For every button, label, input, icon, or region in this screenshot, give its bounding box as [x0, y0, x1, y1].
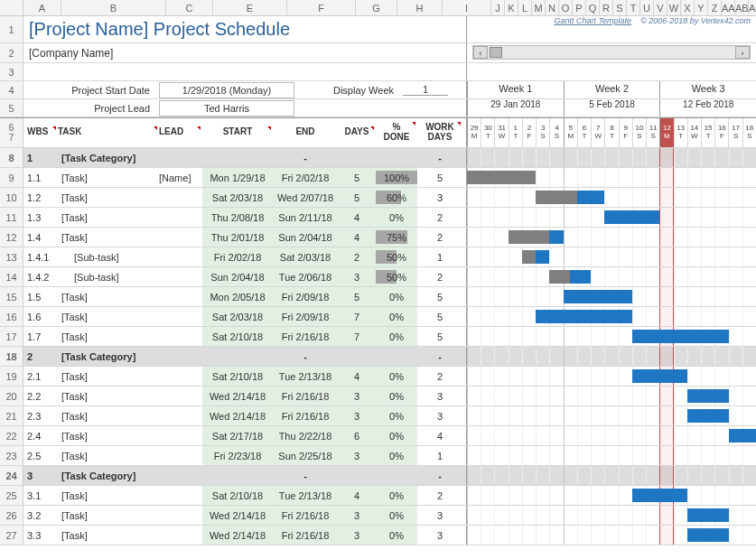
gantt-bar[interactable] [687, 528, 729, 542]
lead-cell[interactable] [159, 148, 202, 167]
row-header[interactable]: 15 [0, 287, 23, 306]
end-date-cell[interactable]: Tue 2/13/18 [273, 367, 338, 386]
days-cell[interactable]: 6 [338, 426, 376, 445]
days-cell[interactable] [338, 347, 376, 366]
lead-cell[interactable] [159, 228, 202, 247]
scroll-thumb[interactable] [490, 47, 502, 58]
column-header[interactable]: Z [708, 0, 722, 15]
end-date-cell[interactable]: Fri 2/16/18 [273, 327, 338, 346]
start-date-cell[interactable]: Fri 2/02/18 [202, 247, 273, 266]
work-days-cell[interactable]: - [417, 148, 462, 167]
col-header-pct[interactable]: % DONE [376, 122, 417, 144]
start-date-cell[interactable]: Sat 2/10/18 [202, 486, 273, 505]
column-header[interactable]: S [613, 0, 627, 15]
end-date-cell[interactable]: Fri 2/16/18 [273, 406, 338, 425]
column-header[interactable]: J [491, 0, 505, 15]
column-header[interactable]: R [600, 0, 613, 15]
pct-done-cell[interactable]: 60% [376, 188, 417, 207]
column-header[interactable]: V [654, 0, 667, 15]
col-header-end[interactable]: END [273, 126, 338, 139]
row-header[interactable]: 24 [0, 466, 23, 485]
lead-cell[interactable] [159, 208, 202, 227]
pct-done-cell[interactable]: 0% [376, 387, 417, 405]
work-days-cell[interactable]: 2 [417, 228, 462, 247]
project-lead-input[interactable]: Ted Harris [159, 100, 294, 116]
pct-done-cell[interactable]: 0% [376, 506, 417, 525]
column-header[interactable]: W [667, 0, 681, 15]
days-cell[interactable]: 3 [338, 267, 376, 286]
task-name-cell[interactable]: [Sub-task] [58, 247, 159, 266]
row-header[interactable]: 17 [0, 327, 23, 346]
work-days-cell[interactable]: 5 [417, 327, 462, 346]
start-date-cell[interactable]: Thu 2/01/18 [202, 228, 273, 247]
column-headers[interactable]: ABCEFGHIJKLMNOPQRSTUVWXYZAAABACADAE [0, 0, 756, 16]
company-name[interactable]: [Company Name] [23, 45, 118, 61]
work-days-cell[interactable]: - [417, 466, 462, 485]
work-days-cell[interactable]: 5 [417, 168, 462, 187]
end-date-cell[interactable]: Sun 2/11/18 [273, 208, 338, 227]
column-header[interactable]: F [287, 0, 356, 15]
gantt-bar[interactable] [632, 489, 687, 502]
column-header[interactable]: M [532, 0, 546, 15]
wbs-cell[interactable]: 3.3 [23, 526, 58, 545]
gantt-bar[interactable] [729, 429, 756, 443]
work-days-cell[interactable]: 2 [417, 267, 462, 286]
column-header[interactable]: O [559, 0, 573, 15]
task-name-cell[interactable]: [Task] [58, 168, 159, 187]
pct-done-cell[interactable]: 0% [376, 406, 417, 425]
lead-cell[interactable] [159, 466, 202, 485]
pct-done-cell[interactable]: 0% [376, 208, 417, 227]
gantt-bar[interactable] [687, 409, 729, 423]
start-date-cell[interactable]: Wed 2/14/18 [202, 387, 273, 405]
days-cell[interactable]: 4 [338, 228, 376, 247]
end-date-cell[interactable]: Fri 2/16/18 [273, 387, 338, 405]
lead-cell[interactable] [159, 367, 202, 386]
work-days-cell[interactable]: 5 [417, 307, 462, 326]
task-name-cell[interactable]: [Task] [58, 426, 159, 445]
work-days-cell[interactable]: 3 [417, 406, 462, 425]
start-date-cell[interactable] [202, 148, 273, 167]
work-days-cell[interactable]: 3 [417, 526, 462, 545]
row-header[interactable]: 2 [0, 43, 23, 62]
wbs-cell[interactable]: 1.4.2 [23, 267, 58, 286]
end-date-cell[interactable]: Tue 2/13/18 [273, 486, 338, 505]
gantt-bar[interactable] [632, 330, 729, 343]
wbs-cell[interactable]: 1.2 [23, 188, 58, 207]
display-week-input[interactable]: 1 [403, 84, 448, 96]
lead-cell[interactable] [159, 387, 202, 405]
gantt-bar[interactable] [632, 369, 687, 383]
lead-cell[interactable] [159, 307, 202, 326]
row-header[interactable]: 22 [0, 426, 23, 445]
col-header-task[interactable]: TASK [58, 126, 159, 139]
days-cell[interactable]: 3 [338, 506, 376, 525]
wbs-cell[interactable]: 1.1 [23, 168, 58, 187]
lead-cell[interactable] [159, 426, 202, 445]
task-name-cell[interactable]: [Task] [58, 327, 159, 346]
gantt-bar[interactable] [687, 508, 729, 522]
wbs-cell[interactable]: 2.2 [23, 387, 58, 405]
row-header[interactable]: 12 [0, 228, 23, 247]
lead-cell[interactable] [159, 347, 202, 366]
wbs-cell[interactable]: 1 [23, 148, 58, 167]
end-date-cell[interactable]: Fri 2/09/18 [273, 307, 338, 326]
column-header[interactable]: T [627, 0, 640, 15]
column-header[interactable]: E [213, 0, 287, 15]
work-days-cell[interactable]: 3 [417, 188, 462, 207]
page-title[interactable]: [Project Name] Project Schedule [23, 15, 295, 43]
days-cell[interactable]: 3 [338, 406, 376, 425]
wbs-cell[interactable]: 1.5 [23, 287, 58, 306]
task-name-cell[interactable]: [Task] [58, 486, 159, 505]
start-date-input[interactable]: 1/29/2018 (Monday) [159, 82, 294, 98]
start-date-cell[interactable] [202, 466, 273, 485]
column-header[interactable]: X [681, 0, 695, 15]
row-header[interactable]: 13 [0, 247, 23, 266]
pct-done-cell[interactable] [376, 466, 417, 485]
task-name-cell[interactable]: [Task] [58, 387, 159, 405]
wbs-cell[interactable]: 2 [23, 347, 58, 366]
pct-done-cell[interactable]: 100% [376, 168, 417, 187]
column-header[interactable]: N [546, 0, 559, 15]
days-cell[interactable] [338, 466, 376, 485]
days-cell[interactable]: 5 [338, 188, 376, 207]
work-days-cell[interactable]: 2 [417, 367, 462, 386]
wbs-cell[interactable]: 1.3 [23, 208, 58, 227]
